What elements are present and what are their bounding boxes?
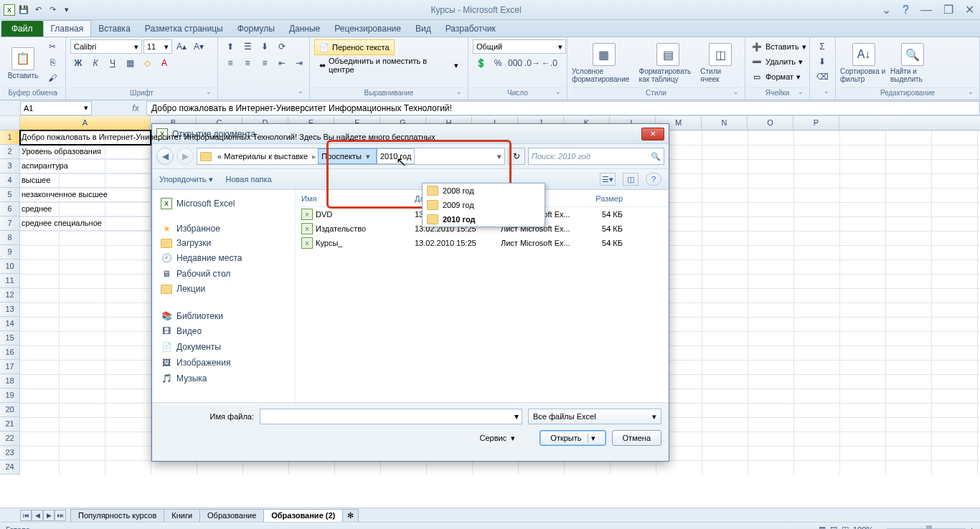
qat-more-icon[interactable]: ▾ [60, 4, 73, 16]
format-cells-button[interactable]: ▭Формат▾ [750, 70, 802, 84]
copy-icon[interactable]: ⎘ [44, 55, 60, 70]
sidebar-msexcel[interactable]: XMicrosoft Excel [156, 196, 291, 211]
row-header-17[interactable]: 17 [0, 360, 20, 374]
row-header-23[interactable]: 23 [0, 446, 20, 460]
new-folder-button[interactable]: Новая папка [226, 175, 272, 184]
row-header-11[interactable]: 11 [0, 274, 20, 288]
search-input[interactable]: Поиск: 2010 год🔍 [528, 148, 664, 165]
sidebar-images[interactable]: 🖼Изображения [156, 355, 291, 371]
fill-icon[interactable]: ⬇ [814, 54, 830, 69]
sidebar-desktop[interactable]: 🖥Рабочий стол [156, 266, 291, 282]
view-break-icon[interactable]: ◫ [842, 525, 849, 529]
indent-inc-icon[interactable]: ⇥ [291, 56, 307, 70]
tab-formulas[interactable]: Формулы [230, 21, 282, 37]
sheet-tab[interactable]: Образование (2) [263, 509, 343, 522]
italic-icon[interactable]: К [88, 56, 103, 70]
view-mode-button[interactable]: ☰▾ [600, 173, 616, 186]
view-layout-icon[interactable]: ▤ [830, 525, 837, 529]
sidebar-music[interactable]: 🎵Музыка [156, 371, 291, 386]
row-header-14[interactable]: 14 [0, 317, 20, 331]
font-name-select[interactable]: Calibri▾ [70, 39, 142, 54]
tab-developer[interactable]: Разработчик [438, 21, 503, 37]
undo-icon[interactable]: ↶ [32, 4, 44, 16]
restore-icon[interactable]: ❐ [941, 3, 956, 16]
row-header-4[interactable]: 4 [0, 173, 20, 188]
fill-color-icon[interactable]: ◇ [139, 56, 155, 70]
sidebar-downloads[interactable]: Загрузки [156, 236, 291, 250]
indent-dec-icon[interactable]: ⇤ [274, 56, 290, 70]
row-header-16[interactable]: 16 [0, 345, 20, 360]
clear-icon[interactable]: ⌫ [814, 70, 830, 84]
inc-decimal-icon[interactable]: .0→ [524, 56, 540, 70]
minimize-icon[interactable]: — [918, 4, 935, 16]
dropdown-option[interactable]: 2010 год [423, 212, 545, 227]
sidebar-lectures[interactable]: Лекции [156, 282, 291, 296]
row-header-8[interactable]: 8 [0, 231, 20, 245]
file-tab[interactable]: Файл [1, 21, 43, 37]
breadcrumb-dropdown[interactable]: 2008 год2009 год2010 год [422, 183, 545, 227]
cell-A3[interactable]: аспирантура [20, 159, 151, 173]
new-sheet-button[interactable]: ✻ [342, 509, 359, 522]
sidebar-documents[interactable]: 📄Документы [156, 339, 291, 355]
sidebar-video[interactable]: 🎞Видео [156, 323, 291, 339]
nav-forward-button[interactable]: ▶ [176, 148, 194, 165]
nav-back-button[interactable]: ◀ [156, 148, 174, 165]
find-select-button[interactable]: 🔍Найти и выделить [890, 39, 935, 87]
dialog-help-icon[interactable]: ? [646, 173, 661, 186]
border-icon[interactable]: ▦ [122, 56, 138, 70]
tab-review[interactable]: Рецензирование [327, 21, 408, 37]
fx-icon[interactable]: fx [128, 103, 143, 113]
save-icon[interactable]: 💾 [17, 4, 30, 16]
align-bottom-icon[interactable]: ⬇ [257, 39, 273, 54]
refresh-button[interactable]: ↻ [508, 148, 525, 165]
tab-layout[interactable]: Разметка страницы [138, 21, 230, 37]
row-header-1[interactable]: 1 [0, 130, 20, 145]
row-header-13[interactable]: 13 [0, 302, 20, 317]
dropdown-option[interactable]: 2008 год [423, 184, 545, 198]
font-color-icon[interactable]: A [156, 56, 172, 70]
cell-A6[interactable]: среднее [20, 202, 151, 216]
zoom-level[interactable]: 100% [853, 525, 873, 530]
tab-insert[interactable]: Вставка [91, 21, 138, 37]
dropdown-option[interactable]: 2009 год [423, 198, 545, 212]
tab-view[interactable]: Вид [408, 21, 438, 37]
tab-home[interactable]: Главная [43, 20, 92, 37]
autosum-icon[interactable]: Σ [814, 39, 830, 54]
dec-decimal-icon[interactable]: ←.0 [542, 56, 557, 70]
zoom-out-icon[interactable]: − [877, 525, 882, 530]
col-header-O[interactable]: O [748, 116, 793, 130]
cell-A5[interactable]: незаконченное высшее [20, 188, 151, 202]
row-header-3[interactable]: 3 [0, 159, 20, 173]
delete-cells-button[interactable]: ➖Удалить▾ [750, 54, 804, 69]
grow-font-icon[interactable]: A▴ [174, 39, 189, 54]
row-header-10[interactable]: 10 [0, 259, 20, 274]
cell-A7[interactable]: среднее специальное [20, 216, 151, 231]
orientation-icon[interactable]: ⟳ [274, 39, 290, 54]
dialog-close-button[interactable]: ✕ [641, 128, 664, 140]
breadcrumb[interactable]: « Материалы к выставке ▸ Проспекты▾ 2010… [197, 148, 505, 165]
view-normal-icon[interactable]: ▦ [819, 525, 826, 529]
file-filter-select[interactable]: Все файлы Excel▾ [528, 409, 661, 424]
merge-center-button[interactable]: ⬌Объединить и поместить в центре▾ [314, 57, 463, 73]
sidebar-favorites[interactable]: ★Избранное [156, 219, 291, 236]
row-header-19[interactable]: 19 [0, 389, 20, 403]
row-header-5[interactable]: 5 [0, 188, 20, 202]
sidebar-libraries[interactable]: 📚Библиотеки [156, 306, 291, 323]
zoom-in-icon[interactable]: + [970, 525, 974, 530]
row-header-2[interactable]: 2 [0, 145, 20, 159]
row-header-6[interactable]: 6 [0, 202, 20, 216]
bold-icon[interactable]: Ж [70, 56, 86, 70]
cond-format-button[interactable]: ▦Условное форматирование [572, 39, 636, 87]
paste-button[interactable]: 📋Вставить [4, 39, 42, 87]
row-header-12[interactable]: 12 [0, 288, 20, 302]
col-header-P[interactable]: P [793, 116, 839, 130]
align-left-icon[interactable]: ≡ [222, 56, 238, 70]
col-header-N[interactable]: N [702, 116, 748, 130]
align-top-icon[interactable]: ⬆ [222, 39, 238, 54]
format-painter-icon[interactable]: 🖌 [44, 71, 60, 85]
insert-cells-button[interactable]: ➕Вставить▾ [750, 39, 808, 54]
comma-icon[interactable]: 000 [507, 56, 523, 70]
col-header-A[interactable]: A [20, 116, 151, 130]
currency-icon[interactable]: 💲 [473, 56, 489, 70]
font-size-select[interactable]: 11▾ [143, 39, 172, 54]
